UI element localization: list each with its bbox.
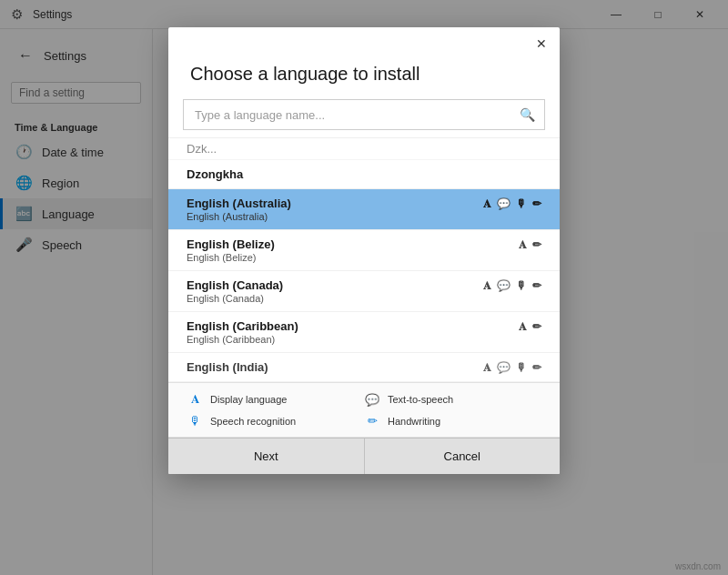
speech-rec-icon: 🎙 bbox=[516, 361, 527, 374]
modal-title-bar: ✕ bbox=[168, 27, 560, 60]
next-button[interactable]: Next bbox=[168, 438, 365, 474]
legend-speech-recognition: 🎙 Speech recognition bbox=[187, 414, 364, 428]
cancel-button[interactable]: Cancel bbox=[365, 438, 561, 474]
list-item[interactable]: Dzongkha bbox=[168, 160, 560, 189]
handwriting-icon: ✏ bbox=[532, 279, 541, 292]
list-item[interactable]: English (Australia) 𝐀 💬 🎙 ✏ English (Aus… bbox=[168, 189, 560, 230]
legend-display-label: Display language bbox=[210, 394, 287, 405]
modal-heading: Choose a language to install bbox=[190, 64, 538, 85]
lang-subname-english-australia: English (Australia) bbox=[187, 211, 541, 222]
lang-subname-english-caribbean: English (Caribbean) bbox=[187, 334, 541, 345]
modal-close-button[interactable]: ✕ bbox=[527, 31, 556, 56]
handwriting-icon: ✏ bbox=[532, 361, 541, 374]
tts-icon: 💬 bbox=[497, 197, 511, 210]
display-lang-icon: 𝐀 bbox=[519, 238, 527, 251]
display-lang-icon: 𝐀 bbox=[519, 320, 527, 333]
lang-subname-english-belize: English (Belize) bbox=[187, 252, 541, 263]
display-lang-icon: 𝐀 bbox=[483, 361, 491, 374]
lang-name-english-australia: English (Australia) 𝐀 💬 🎙 ✏ bbox=[187, 197, 541, 210]
list-item[interactable]: English (Caribbean) 𝐀 ✏ English (Caribbe… bbox=[168, 312, 560, 353]
legend-display-language: 𝐀 Display language bbox=[187, 392, 364, 407]
language-list: Dzk... Dzongkha English (Australia) 𝐀 💬 … bbox=[168, 137, 560, 382]
tts-icon: 💬 bbox=[497, 361, 511, 374]
display-lang-icon: 𝐀 bbox=[483, 197, 491, 210]
speech-rec-icon: 🎙 bbox=[516, 279, 527, 292]
lang-name-english-caribbean: English (Caribbean) 𝐀 ✏ bbox=[187, 319, 541, 333]
legend: 𝐀 Display language 💬 Text-to-speech 🎙 Sp… bbox=[168, 382, 560, 437]
handwriting-icon: ✏ bbox=[532, 197, 541, 210]
list-item[interactable]: English (Canada) 𝐀 💬 🎙 ✏ English (Canada… bbox=[168, 271, 560, 312]
tts-icon: 💬 bbox=[497, 279, 511, 292]
lang-subname-english-canada: English (Canada) bbox=[187, 293, 541, 304]
legend-handwriting: ✏ Handwriting bbox=[364, 414, 541, 428]
list-item[interactable]: English (Belize) 𝐀 ✏ English (Belize) bbox=[168, 230, 560, 271]
speech-rec-icon: 🎙 bbox=[516, 197, 527, 210]
modal-header: Choose a language to install bbox=[168, 60, 560, 99]
partial-top-item[interactable]: Dzk... bbox=[168, 138, 560, 160]
legend-tts-icon: 💬 bbox=[364, 393, 380, 407]
search-icon: 🔍 bbox=[520, 107, 535, 122]
modal-footer: Next Cancel bbox=[168, 437, 560, 474]
modal-search-container[interactable]: 🔍 bbox=[183, 99, 545, 130]
legend-speech-icon: 🎙 bbox=[187, 414, 203, 428]
lang-name-english-india: English (India) 𝐀 💬 🎙 ✏ bbox=[187, 360, 541, 374]
modal-overlay: ✕ Choose a language to install 🔍 Dzk... … bbox=[0, 0, 728, 575]
lang-name-english-canada: English (Canada) 𝐀 💬 🎙 ✏ bbox=[187, 278, 541, 292]
language-search-input[interactable] bbox=[184, 101, 511, 129]
legend-tts-label: Text-to-speech bbox=[388, 394, 453, 405]
legend-display-icon: 𝐀 bbox=[187, 392, 203, 407]
handwriting-icon: ✏ bbox=[532, 320, 541, 333]
list-item[interactable]: English (India) 𝐀 💬 🎙 ✏ bbox=[168, 353, 560, 382]
legend-speech-label: Speech recognition bbox=[210, 416, 296, 427]
search-icon-button[interactable]: 🔍 bbox=[511, 100, 544, 129]
lang-icons-english-caribbean: 𝐀 ✏ bbox=[519, 320, 541, 333]
lang-icons-english-canada: 𝐀 💬 🎙 ✏ bbox=[483, 279, 541, 292]
lang-name-dzongkha: Dzongkha bbox=[187, 167, 541, 181]
legend-handwriting-label: Handwriting bbox=[388, 416, 440, 427]
lang-icons-english-india: 𝐀 💬 🎙 ✏ bbox=[483, 361, 541, 374]
language-install-modal: ✕ Choose a language to install 🔍 Dzk... … bbox=[168, 27, 560, 474]
lang-name-english-belize: English (Belize) 𝐀 ✏ bbox=[187, 237, 541, 251]
handwriting-icon: ✏ bbox=[532, 238, 541, 251]
lang-icons-english-belize: 𝐀 ✏ bbox=[519, 238, 541, 251]
legend-tts: 💬 Text-to-speech bbox=[364, 392, 541, 407]
lang-icons-english-australia: 𝐀 💬 🎙 ✏ bbox=[483, 197, 541, 210]
display-lang-icon: 𝐀 bbox=[483, 279, 491, 292]
legend-handwriting-icon: ✏ bbox=[364, 414, 380, 428]
